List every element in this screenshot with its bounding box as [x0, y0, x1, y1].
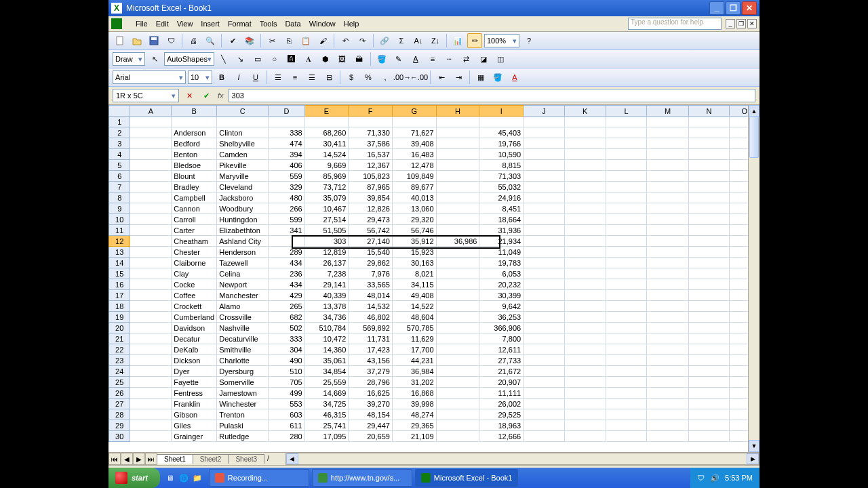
- cell-F10[interactable]: 29,473: [349, 214, 393, 225]
- cell-J12[interactable]: [524, 236, 565, 247]
- cell-K15[interactable]: [564, 268, 606, 279]
- tab-last-icon[interactable]: ⏭: [145, 453, 157, 465]
- sort-asc-icon[interactable]: A↓: [411, 33, 426, 48]
- cell-B1[interactable]: [172, 117, 217, 127]
- cell-H16[interactable]: [436, 279, 479, 290]
- cell-G16[interactable]: 34,115: [392, 279, 436, 290]
- col-header-F[interactable]: F: [349, 106, 393, 117]
- dash-style-icon[interactable]: ┄: [442, 52, 457, 66]
- cell-E25[interactable]: 25,559: [304, 377, 349, 388]
- cell-K19[interactable]: [564, 312, 606, 323]
- cell-K29[interactable]: [564, 420, 606, 431]
- row-header-18[interactable]: 18: [109, 301, 130, 312]
- cell-H23[interactable]: [436, 355, 479, 366]
- cell-K27[interactable]: [564, 399, 606, 409]
- cell-K18[interactable]: [564, 301, 606, 312]
- cell-E10[interactable]: 27,514: [304, 214, 349, 225]
- cell-M7[interactable]: [647, 182, 688, 192]
- cell-K8[interactable]: [564, 192, 606, 203]
- cell-J10[interactable]: [524, 214, 565, 225]
- cell-H15[interactable]: [436, 268, 479, 279]
- cell-M19[interactable]: [647, 312, 688, 323]
- cell-D17[interactable]: 429: [269, 290, 304, 301]
- cell-N12[interactable]: [688, 236, 730, 247]
- menu-edit[interactable]: Edit: [152, 18, 173, 29]
- vertical-scrollbar[interactable]: ▲ ▼: [748, 105, 760, 452]
- cell-M25[interactable]: [647, 377, 688, 388]
- row-header-17[interactable]: 17: [109, 290, 130, 301]
- cell-I7[interactable]: 55,032: [479, 182, 524, 192]
- row-header-1[interactable]: 1: [109, 117, 130, 127]
- cell-D12[interactable]: [269, 236, 304, 247]
- cell-N9[interactable]: [688, 203, 730, 214]
- cell-E16[interactable]: 29,141: [304, 279, 349, 290]
- menu-file[interactable]: File: [132, 18, 152, 29]
- cell-I20[interactable]: 366,906: [479, 323, 524, 333]
- bold-icon[interactable]: B: [214, 70, 229, 85]
- cell-J4[interactable]: [524, 149, 565, 160]
- copy-icon[interactable]: ⎘: [281, 33, 296, 48]
- row-header-27[interactable]: 27: [109, 399, 130, 409]
- cell-H17[interactable]: [436, 290, 479, 301]
- cell-E20[interactable]: 510,784: [304, 323, 349, 333]
- cell-C28[interactable]: Trenton: [217, 409, 269, 420]
- cell-N16[interactable]: [688, 279, 730, 290]
- cell-J28[interactable]: [524, 409, 565, 420]
- cell-I1[interactable]: [479, 117, 524, 127]
- row-header-30[interactable]: 30: [109, 431, 130, 442]
- cell-A18[interactable]: [130, 301, 172, 312]
- cell-E6[interactable]: 85,969: [304, 171, 349, 182]
- cell-D23[interactable]: 490: [269, 355, 304, 366]
- cell-M18[interactable]: [647, 301, 688, 312]
- cell-D14[interactable]: 434: [269, 258, 304, 268]
- cell-A24[interactable]: [130, 366, 172, 377]
- cell-I10[interactable]: 18,664: [479, 214, 524, 225]
- cell-D19[interactable]: 682: [269, 312, 304, 323]
- cell-H19[interactable]: [436, 312, 479, 323]
- cell-K28[interactable]: [564, 409, 606, 420]
- cell-C18[interactable]: Alamo: [217, 301, 269, 312]
- cell-A15[interactable]: [130, 268, 172, 279]
- cell-L20[interactable]: [606, 323, 647, 333]
- tab-prev-icon[interactable]: ◀: [121, 453, 133, 465]
- row-header-3[interactable]: 3: [109, 138, 130, 149]
- cell-F3[interactable]: 37,586: [349, 138, 393, 149]
- cell-N23[interactable]: [688, 355, 730, 366]
- cell-E9[interactable]: 10,467: [304, 203, 349, 214]
- row-header-12[interactable]: 12: [109, 236, 130, 247]
- cell-C17[interactable]: Manchester: [217, 290, 269, 301]
- cell-B10[interactable]: Carroll: [172, 214, 217, 225]
- cell-G29[interactable]: 29,365: [392, 420, 436, 431]
- cell-H21[interactable]: [436, 333, 479, 344]
- cell-E19[interactable]: 34,736: [304, 312, 349, 323]
- cell-K11[interactable]: [564, 225, 606, 236]
- cell-G2[interactable]: 71,627: [392, 127, 436, 138]
- cell-M11[interactable]: [647, 225, 688, 236]
- decrease-indent-icon[interactable]: ⇤: [434, 70, 449, 85]
- show-desktop-icon[interactable]: 🖥: [164, 472, 176, 484]
- cell-I28[interactable]: 29,525: [479, 409, 524, 420]
- cell-E18[interactable]: 13,378: [304, 301, 349, 312]
- cell-I15[interactable]: 6,053: [479, 268, 524, 279]
- cell-K21[interactable]: [564, 333, 606, 344]
- cell-G20[interactable]: 570,785: [392, 323, 436, 333]
- cell-F11[interactable]: 56,742: [349, 225, 393, 236]
- cell-N6[interactable]: [688, 171, 730, 182]
- cell-A16[interactable]: [130, 279, 172, 290]
- cell-H14[interactable]: [436, 258, 479, 268]
- row-header-7[interactable]: 7: [109, 182, 130, 192]
- comma-icon[interactable]: ,: [378, 70, 393, 85]
- row-header-16[interactable]: 16: [109, 279, 130, 290]
- col-header-H[interactable]: H: [436, 106, 479, 117]
- cell-B9[interactable]: Cannon: [172, 203, 217, 214]
- cell-M4[interactable]: [647, 149, 688, 160]
- cell-E14[interactable]: 26,137: [304, 258, 349, 268]
- cell-I26[interactable]: 11,111: [479, 388, 524, 399]
- cell-K7[interactable]: [564, 182, 606, 192]
- cell-E5[interactable]: 9,669: [304, 160, 349, 171]
- cell-C12[interactable]: Ashland City: [217, 236, 269, 247]
- cell-C19[interactable]: Crossville: [217, 312, 269, 323]
- align-left-icon[interactable]: ☰: [271, 70, 285, 85]
- percent-icon[interactable]: %: [361, 70, 376, 85]
- cell-F2[interactable]: 71,330: [349, 127, 393, 138]
